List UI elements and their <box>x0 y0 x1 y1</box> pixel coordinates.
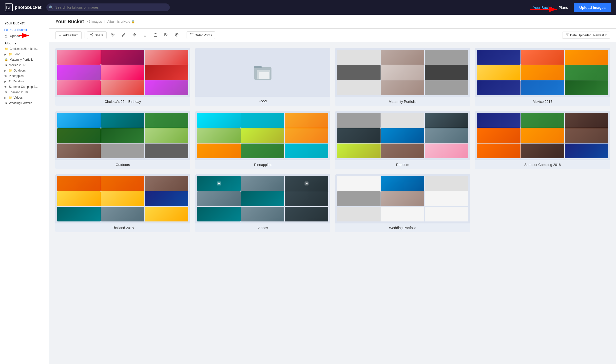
svg-rect-33 <box>254 66 262 68</box>
album-card[interactable]: Videos <box>195 174 330 232</box>
album-thumb <box>565 128 608 143</box>
images-count: 45 Images <box>87 20 102 23</box>
sidebar-album-random[interactable]: ▶ 👁 Random <box>0 79 49 84</box>
search-input[interactable] <box>46 3 170 11</box>
sidebar-your-bucket-label: Your Bucket <box>10 28 27 32</box>
album-card[interactable]: Food <box>195 48 330 106</box>
album-label: Outdoors <box>55 160 190 169</box>
svg-point-27 <box>191 36 192 36</box>
album-thumb <box>565 113 608 128</box>
add-album-button[interactable]: ＋ Add Album <box>55 31 82 39</box>
sidebar-album-videos[interactable]: ▶ 📁 Videos <box>0 95 49 100</box>
album-thumb <box>521 80 564 95</box>
privacy-status: Album is private <box>107 20 130 23</box>
album-thumb <box>145 128 188 143</box>
your-bucket-nav-link[interactable]: Your Bucket <box>533 5 553 10</box>
album-thumb <box>381 207 424 221</box>
album-card[interactable]: Chelsea's 25th Birthday <box>55 48 190 106</box>
folder-icon-videos: 📁 <box>8 96 12 99</box>
album-thumb <box>101 80 145 95</box>
album-thumb <box>381 144 424 158</box>
album-thumb <box>285 176 328 191</box>
edit-button[interactable] <box>119 31 128 39</box>
logo-icon <box>5 3 13 11</box>
sidebar-album-thailand[interactable]: 👁 Thailand 2018 <box>0 90 49 95</box>
toolbar-divider-2 <box>184 32 184 38</box>
album-thumb <box>381 191 424 206</box>
svg-point-28 <box>192 36 193 36</box>
album-thumb <box>425 191 468 206</box>
album-thumb <box>241 191 285 206</box>
order-prints-button[interactable]: Order Prints <box>187 31 215 39</box>
album-thumb <box>425 207 468 221</box>
share-button[interactable]: Share <box>87 31 107 39</box>
album-thumb <box>425 113 468 128</box>
album-thumb <box>337 191 381 206</box>
album-thumb <box>337 128 381 143</box>
expand-icon-random: ▶ <box>4 80 6 83</box>
upload-images-button[interactable]: Upload Images <box>574 3 611 12</box>
sidebar: Your Bucket Your Bucket U <box>0 15 49 364</box>
album-thumb <box>477 80 520 95</box>
tag-button[interactable] <box>161 31 171 39</box>
album-thumb <box>521 128 564 143</box>
sidebar-album-videos-label: Videos <box>14 96 22 99</box>
svg-line-14 <box>91 34 93 35</box>
album-thumb <box>57 207 101 221</box>
sidebar-album-outdoors[interactable]: ▶ 📁 Outdoors <box>0 68 49 73</box>
sidebar-album-mexico[interactable]: 👁 Mexico 2017 <box>0 62 49 68</box>
move-button[interactable] <box>130 31 139 39</box>
sidebar-album-chelseas[interactable]: 📁 Chelsea's 25th Birth... <box>0 46 49 52</box>
album-card[interactable]: Summer Camping 2018 <box>475 111 610 169</box>
sidebar-upload-item[interactable]: Upload <box>0 33 49 39</box>
sidebar-album-maternity-label: Maternity Portfolio <box>10 58 34 61</box>
svg-marker-26 <box>176 34 178 36</box>
toolbar: ＋ Add Album Share <box>49 29 616 42</box>
sidebar-album-food[interactable]: ▶ 📁 Food <box>0 52 49 57</box>
sidebar-album-wedding-label: Wedding Portfolio <box>9 101 32 105</box>
page-meta: 45 Images | Album is private 🔒 <box>87 20 135 23</box>
album-thumb <box>565 144 608 158</box>
page-header: Your Bucket 45 Images | Album is private… <box>49 15 616 29</box>
svg-point-16 <box>112 34 113 35</box>
logo[interactable]: photobucket <box>5 3 41 11</box>
album-thumb <box>285 113 328 128</box>
albums-grid: Chelsea's 25th Birthday Food Maternity P… <box>49 42 616 238</box>
album-card[interactable]: Outdoors <box>55 111 190 169</box>
sidebar-your-bucket-title: Your Bucket <box>0 20 49 27</box>
album-thumb <box>521 65 564 80</box>
sidebar-album-mexico-label: Mexico 2017 <box>9 63 26 67</box>
expand-icon-food: ▶ <box>4 53 6 56</box>
album-thumb <box>197 176 241 191</box>
bucket-icon <box>4 28 8 32</box>
album-card[interactable]: Mexico 2017 <box>475 48 610 106</box>
slideshow-button[interactable] <box>172 31 181 39</box>
plans-nav-link[interactable]: Plans <box>559 5 568 10</box>
add-icon: ＋ <box>58 33 62 37</box>
album-thumb <box>337 65 381 80</box>
folder-icon-food: 📁 <box>8 53 12 56</box>
album-card[interactable]: Pineapples <box>195 111 330 169</box>
header-right: Your Bucket Plans Upload Images <box>533 3 611 12</box>
album-thumb <box>145 65 188 80</box>
sidebar-album-random-label: Random <box>13 80 24 83</box>
sidebar-album-wedding[interactable]: 👁 Wedding Portfolio <box>0 100 49 106</box>
album-thumb <box>145 207 188 221</box>
sidebar-album-maternity[interactable]: 🔒 Maternity Portfolio <box>0 57 49 62</box>
album-card[interactable]: Random <box>335 111 470 169</box>
download-button[interactable] <box>140 31 150 39</box>
album-card[interactable]: Maternity Portfolio <box>335 48 470 106</box>
sidebar-album-label: Chelsea's 25th Birth... <box>10 47 38 51</box>
album-card[interactable]: Wedding Portfolio <box>335 174 470 232</box>
sidebar-album-summer[interactable]: 👁 Summer Camping 2... <box>0 84 49 90</box>
album-card[interactable]: Thailand 2018 <box>55 174 190 232</box>
eye-off-icon-mexico: 👁 <box>4 63 7 67</box>
sidebar-item-your-bucket[interactable]: Your Bucket <box>0 27 49 33</box>
sidebar-album-pineapples[interactable]: 👁 Pineapples <box>0 73 49 79</box>
album-thumb <box>381 50 424 65</box>
settings-button[interactable] <box>108 31 117 39</box>
album-thumb <box>425 176 468 191</box>
album-thumb <box>241 128 285 143</box>
delete-button[interactable] <box>151 31 160 39</box>
sort-button[interactable]: Date Uploaded: Newest ▾ <box>562 32 610 39</box>
